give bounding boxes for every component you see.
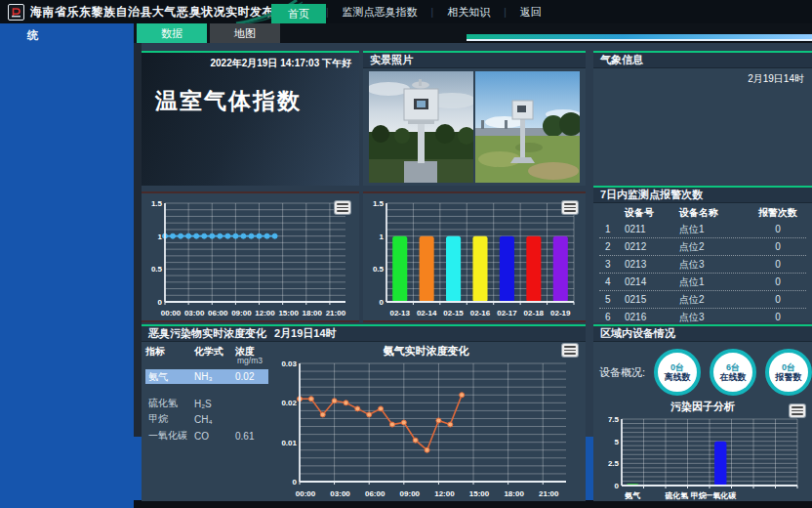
svg-text:0.01: 0.01	[281, 439, 297, 447]
pollution-factor-bar-chart: 氨气硫化氢甲烷一氧化碳02.557.5	[596, 413, 812, 501]
chart-menu-icon[interactable]	[562, 344, 578, 357]
site-photos-panel: 实景照片	[363, 51, 586, 186]
site-photo-left	[369, 71, 473, 183]
alarm-count-badge: 0台 报警数	[765, 349, 812, 396]
svg-text:21:00: 21:00	[326, 309, 346, 318]
col-alarm-count: 报警次数	[750, 206, 806, 220]
svg-text:氨气: 氨气	[624, 491, 640, 500]
svg-text:15:00: 15:00	[278, 309, 299, 318]
svg-text:18:00: 18:00	[504, 489, 524, 498]
svg-text:18:00: 18:00	[303, 309, 323, 318]
svg-text:0: 0	[615, 482, 620, 490]
odor-realtime-panel: 恶臭污染物实时浓度变化 2月19日14时 指标 化学式 浓度 mg/m3 氨气 …	[142, 324, 586, 501]
photos-panel-title: 实景照片	[363, 53, 586, 68]
col-device-name: 设备名称	[679, 206, 750, 220]
svg-text:03:00: 03:00	[330, 489, 350, 498]
svg-text:02-16: 02-16	[470, 309, 491, 318]
col-formula: 化学式	[194, 345, 235, 359]
odor-row-ammonia[interactable]: 氨气 NH₃ 0.02	[145, 369, 268, 384]
svg-text:12:00: 12:00	[255, 309, 275, 318]
site-photo-right	[475, 71, 580, 183]
svg-text:02-19: 02-19	[550, 309, 571, 318]
odor-panel-header: 恶臭污染物实时浓度变化 2月19日14时	[142, 326, 586, 342]
concentration-unit: mg/m3	[237, 356, 263, 365]
odor-row-ch4[interactable]: 甲烷 CH₄	[145, 412, 268, 426]
svg-text:02-18: 02-18	[524, 309, 545, 318]
greenhouse-index-headline: 温室气体指数	[155, 86, 302, 116]
devices-panel: 区域内设备情况 设备概况: 0台 离线数 6台 在线数 0台 报警数 污染因子分…	[593, 324, 812, 501]
dashboard-page: 海南省乐东黎族自治县大气恶臭状况实时发布系 首页 | 监测点恶臭指数 | 相关知…	[0, 0, 812, 508]
tab-map[interactable]: 地图	[210, 23, 280, 43]
content-left-shadow	[134, 43, 142, 437]
daily-odor-bar-chart: 02-1302-1402-1502-1602-1702-1802-1900.51…	[363, 193, 586, 318]
nav-item-back[interactable]: 返回	[507, 5, 555, 20]
ammonia-chart-title: 氨气实时浓度变化	[270, 344, 582, 358]
alarm-panel-title: 7日内监测点报警次数	[593, 188, 812, 203]
weather-panel-title: 气象信息	[593, 53, 812, 68]
chart-menu-icon[interactable]	[562, 201, 578, 214]
svg-text:06:00: 06:00	[365, 489, 386, 498]
nav-item-knowledge[interactable]: 相关知识	[433, 5, 504, 20]
alarm-table-header: 设备号 设备名称 报警次数	[599, 205, 806, 221]
svg-text:00:00: 00:00	[161, 309, 182, 318]
svg-text:09:00: 09:00	[400, 489, 421, 498]
odor-panel-timestamp: 2月19日14时	[274, 326, 337, 341]
col-indicator: 指标	[145, 345, 194, 359]
header-underline	[467, 39, 812, 41]
svg-text:02-15: 02-15	[443, 309, 464, 318]
svg-text:0: 0	[158, 298, 163, 307]
svg-text:0.02: 0.02	[281, 399, 297, 407]
svg-text:0: 0	[293, 478, 298, 487]
alarm-count-panel: 7日内监测点报警次数 设备号 设备名称 报警次数 1 0211 点位1 0 2 …	[593, 186, 812, 322]
ammonia-chart-area: 氨气实时浓度变化 00:0003:0006:0009:0012:0015:001…	[270, 342, 582, 501]
greenhouse-index-line-chart: 00:0003:0006:0009:0012:0015:0018:0021:00…	[142, 193, 359, 318]
chart-menu-icon[interactable]	[790, 404, 805, 417]
ammonia-line-chart: 00:0003:0006:0009:0012:0015:0018:0021:00…	[270, 358, 582, 499]
nav-item-home[interactable]: 首页	[271, 4, 326, 23]
svg-text:2.5: 2.5	[608, 459, 620, 468]
svg-text:00:00: 00:00	[296, 489, 316, 498]
alarm-table-row: 3 0213 点位3 0	[599, 256, 806, 274]
svg-text:1.5: 1.5	[373, 199, 385, 208]
svg-text:21:00: 21:00	[539, 489, 559, 498]
pollution-factor-title: 污染因子分析	[593, 400, 812, 413]
odor-table: 指标 化学式 浓度 mg/m3 氨气 NH₃ 0.02 硫化氢 H₂S 甲烷 C…	[145, 342, 270, 500]
alarm-table-row: 2 0212 点位2 0	[599, 238, 806, 256]
app-logo-icon	[8, 4, 24, 21]
svg-text:硫化氢: 硫化氢	[664, 491, 688, 500]
greenhouse-index-chart-panel: 00:0003:0006:0009:0012:0015:0018:0021:00…	[142, 191, 359, 322]
weather-timestamp: 2月19日14时	[593, 68, 812, 90]
device-overview-label: 设备概况:	[599, 365, 645, 380]
svg-text:02-13: 02-13	[389, 309, 410, 318]
svg-text:0.5: 0.5	[373, 265, 385, 274]
svg-text:02-14: 02-14	[417, 309, 437, 318]
main-nav: 首页 | 监测点恶臭指数 | 相关知识 | 返回	[271, 0, 555, 23]
top-bar: 海南省乐东黎族自治县大气恶臭状况实时发布系 首页 | 监测点恶臭指数 | 相关知…	[0, 0, 812, 23]
svg-text:1: 1	[158, 233, 163, 241]
svg-text:7.5: 7.5	[608, 415, 620, 424]
col-device-id: 设备号	[625, 206, 679, 220]
odor-row-h2s[interactable]: 硫化氢 H₂S	[145, 397, 268, 410]
svg-text:0: 0	[380, 298, 385, 307]
svg-text:09:00: 09:00	[231, 309, 252, 318]
svg-text:15:00: 15:00	[469, 489, 490, 498]
svg-text:12:00: 12:00	[434, 489, 455, 498]
chart-menu-icon[interactable]	[335, 201, 350, 214]
weather-panel: 气象信息 2月19日14时	[593, 51, 812, 186]
svg-text:5: 5	[615, 438, 620, 446]
svg-text:02-17: 02-17	[497, 309, 517, 318]
daily-odor-chart-panel: 02-1302-1402-1502-1602-1702-1802-1900.51…	[363, 191, 586, 322]
alarm-table-row: 5 0215 点位2 0	[599, 291, 806, 309]
svg-text:1.5: 1.5	[151, 199, 163, 208]
nav-item-odor-index[interactable]: 监测点恶臭指数	[329, 5, 431, 20]
svg-text:0.03: 0.03	[281, 360, 297, 368]
offline-count-badge: 0台 离线数	[654, 349, 701, 396]
title-wrap-text: 统	[27, 28, 39, 43]
greeting-panel: 2022年2月19日 14:17:03 下午好 温室气体指数	[142, 51, 359, 186]
svg-text:06:00: 06:00	[208, 309, 228, 318]
svg-text:0.5: 0.5	[151, 265, 163, 274]
odor-row-co[interactable]: 一氧化碳 CO 0.61	[145, 429, 268, 443]
online-count-badge: 6台 在线数	[710, 349, 756, 396]
tab-data[interactable]: 数据	[137, 23, 207, 43]
svg-text:03:00: 03:00	[184, 309, 205, 318]
